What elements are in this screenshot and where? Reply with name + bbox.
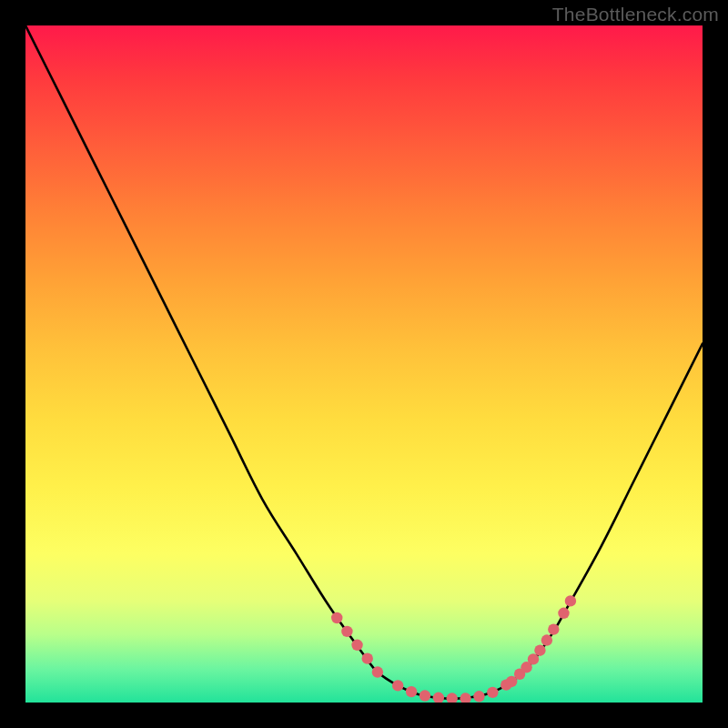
data-marker <box>420 690 430 701</box>
data-marker <box>548 623 559 634</box>
data-marker <box>534 645 545 656</box>
data-marker <box>433 693 444 703</box>
chart-frame: TheBottleneck.com <box>0 0 728 728</box>
data-marker <box>473 691 484 702</box>
data-marker <box>460 693 470 703</box>
data-marker <box>487 687 498 698</box>
marker-group <box>331 595 576 703</box>
attribution-text: TheBottleneck.com <box>552 4 719 25</box>
data-marker <box>392 680 403 691</box>
data-marker <box>362 652 373 663</box>
data-marker <box>406 686 417 697</box>
data-marker <box>351 640 362 651</box>
curve-layer <box>25 25 703 703</box>
data-marker <box>331 612 342 623</box>
data-marker <box>541 634 552 645</box>
data-marker <box>372 666 383 677</box>
bottleneck-curve <box>25 25 703 699</box>
plot-area <box>25 25 703 703</box>
data-marker <box>447 693 458 703</box>
data-marker <box>565 595 576 606</box>
data-marker <box>558 608 569 619</box>
data-marker <box>341 626 352 637</box>
